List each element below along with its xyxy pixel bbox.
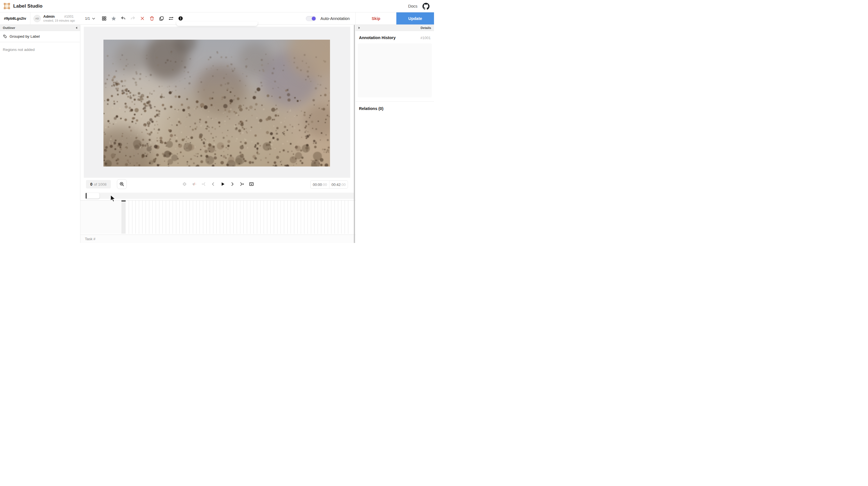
skip-button[interactable]: Skip	[355, 12, 396, 25]
playback-controls	[182, 178, 254, 190]
annotation-history-empty	[358, 43, 432, 97]
reject-button[interactable]	[140, 16, 145, 21]
user-name: Admin	[43, 15, 55, 19]
undo-icon	[121, 16, 126, 21]
annotation-history-title: Annotation History	[359, 35, 396, 40]
annotation-history-id: #1001	[421, 36, 431, 40]
collapse-right-icon[interactable]	[358, 26, 361, 29]
auto-annotation-control: Auto-Annotation	[306, 12, 350, 25]
time-total: 00:42:00	[329, 180, 348, 189]
details-title: Details	[421, 26, 431, 30]
task-id-label: #9pb8Lgs2iv	[0, 12, 30, 25]
relations-title: Relations (0)	[359, 106, 383, 111]
undo-button[interactable]	[120, 16, 126, 21]
video-frame[interactable]	[103, 40, 330, 167]
next-frame-icon	[230, 181, 235, 187]
next-frame-button[interactable]	[229, 181, 235, 187]
annotation-actions	[101, 12, 184, 25]
keyframe-interpolation-icon	[191, 181, 197, 187]
group-by-label: Grouped by Label	[9, 34, 40, 38]
annotation-canvas-area	[84, 27, 350, 178]
info-icon	[178, 16, 183, 21]
time-display: 00:00:00 00:42:00	[310, 180, 348, 189]
ground-truth-button[interactable]	[111, 16, 117, 21]
group-by-selector[interactable]: Grouped by Label	[0, 31, 80, 42]
label-studio-logo-icon	[4, 3, 10, 9]
reject-x-icon	[140, 16, 145, 21]
annotation-pager: 1/1	[85, 17, 90, 21]
zoom-in-icon	[119, 181, 125, 187]
duplicate-annotation-button[interactable]	[158, 16, 164, 21]
regions-empty-message: Regions not added	[0, 48, 80, 52]
settings-button[interactable]	[168, 16, 174, 21]
redo-button[interactable]	[130, 16, 136, 21]
frame-position-indicator	[121, 201, 126, 201]
keyframe-interpolation-button[interactable]	[191, 181, 197, 187]
delete-annotation-button[interactable]	[149, 16, 155, 21]
frames-grid[interactable]	[126, 201, 350, 234]
grid-view-icon	[101, 16, 107, 21]
info-button[interactable]	[178, 16, 184, 21]
details-panel: Details Annotation History #1001 Relatio…	[355, 25, 434, 243]
redo-icon	[130, 16, 135, 21]
time-current: 00:00:00	[311, 180, 329, 189]
annotation-id: #1001	[64, 15, 73, 19]
floating-toolbar-remnant	[176, 21, 258, 26]
star-icon	[111, 16, 116, 21]
vertical-scrollbar[interactable]	[354, 25, 355, 243]
outliner-header: Outliner	[0, 25, 80, 31]
header-right: Docs	[408, 0, 430, 12]
annotation-created-ago: created, 19 minutes ago	[43, 19, 75, 22]
details-header: Details	[355, 25, 434, 31]
outliner-panel: Outliner Grouped by Label Regions not ad…	[0, 25, 81, 243]
app-title: Label Studio	[13, 3, 42, 9]
seek-bar[interactable]	[85, 193, 354, 199]
docs-link[interactable]: Docs	[408, 4, 417, 8]
timeline-zoom-button[interactable]	[117, 179, 127, 189]
keyframe-add-icon	[182, 181, 187, 187]
toggle-knob	[312, 17, 316, 21]
prev-keyframe-icon	[201, 181, 206, 187]
update-button[interactable]: Update	[396, 12, 434, 25]
tag-icon	[3, 34, 7, 38]
annotation-history-row: Annotation History #1001	[355, 31, 434, 40]
github-icon[interactable]	[423, 3, 430, 10]
video-controls-row: 0 of 1008	[81, 178, 355, 190]
timeline-collapse-button[interactable]	[248, 181, 254, 187]
task-footer: Task #	[81, 234, 355, 243]
grid-view-button[interactable]	[101, 16, 107, 21]
frame-total: of 1008	[94, 182, 106, 187]
top-header: Label Studio Docs	[0, 0, 434, 12]
swap-settings-icon	[168, 16, 174, 21]
outliner-title: Outliner	[3, 26, 15, 30]
keyframe-add-button[interactable]	[182, 181, 187, 187]
next-keyframe-button[interactable]	[239, 181, 245, 187]
frame-current: 0	[90, 182, 92, 187]
duplicate-icon	[159, 16, 164, 21]
current-frame-column[interactable]	[121, 201, 126, 234]
chevron-down-icon[interactable]	[92, 17, 96, 21]
annotation-selector[interactable]: AD Admin #1001 created, 19 minutes ago 1…	[30, 12, 98, 25]
label-studio-app: Label Studio Docs #9pb8Lgs2iv AD Admin #…	[0, 0, 434, 243]
auto-annotation-label: Auto-Annotation	[320, 16, 350, 21]
seek-handle[interactable]	[86, 193, 99, 199]
avatar: AD	[33, 15, 41, 22]
play-icon	[220, 181, 225, 187]
auto-annotation-toggle[interactable]	[306, 16, 316, 21]
play-button[interactable]	[220, 181, 225, 187]
prev-frame-icon	[211, 181, 216, 187]
relations-section: Relations (0)	[355, 101, 434, 111]
prev-frame-button[interactable]	[210, 181, 216, 187]
next-keyframe-icon	[239, 181, 245, 187]
trash-icon	[149, 16, 155, 21]
frame-counter-input[interactable]: 0 of 1008	[86, 180, 111, 189]
timeline-collapse-icon	[249, 181, 254, 187]
prev-keyframe-button[interactable]	[201, 181, 206, 187]
timeline-lead-area	[81, 201, 121, 234]
main-content: 0 of 1008	[81, 25, 355, 243]
task-label: Task #	[85, 237, 96, 241]
collapse-left-icon[interactable]	[75, 26, 78, 29]
timeline-frames	[81, 200, 355, 233]
